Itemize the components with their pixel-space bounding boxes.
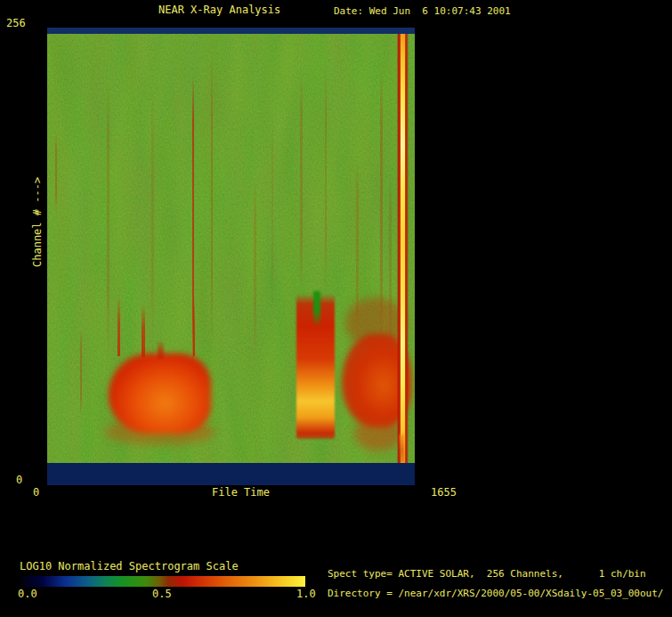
directory-text: Directory = /near/xdr/XRS/2000/05-00/XSd… <box>328 588 664 599</box>
event1-spike <box>158 340 164 359</box>
streak <box>107 80 109 365</box>
event2-notch <box>313 291 320 327</box>
spectrogram-plot <box>47 28 415 485</box>
colorbar-tick-min: 0.0 <box>18 589 37 600</box>
event1-spike <box>117 296 120 356</box>
saturated-stripe-core <box>401 34 405 463</box>
colorbar-tick-mid: 0.5 <box>152 589 172 600</box>
band-top <box>47 28 415 34</box>
colorbar-tick-max: 1.0 <box>296 589 316 600</box>
streak <box>254 178 255 356</box>
spect-type-text: Spect type= ACTIVE SOLAR, 256 Channels, … <box>328 568 646 580</box>
event3-lower <box>354 417 402 451</box>
event1-spike <box>142 304 145 357</box>
x-axis-max-label: 1655 <box>431 487 457 499</box>
streak <box>325 62 327 294</box>
streak <box>211 53 213 347</box>
x-axis-title: File Time <box>212 487 270 499</box>
streak <box>271 107 273 312</box>
colorbar <box>20 576 305 587</box>
streak <box>55 134 57 214</box>
streak <box>300 71 302 294</box>
event1-spike <box>193 296 196 356</box>
y-axis-title: Channel # ---> <box>32 177 44 267</box>
streak <box>151 89 154 338</box>
saturated-stripe-tail <box>400 434 404 462</box>
y-axis-min-label: 0 <box>16 475 22 486</box>
page-title: NEAR X-Ray Analysis <box>158 4 280 16</box>
streak <box>80 329 82 418</box>
band-bottom <box>47 463 415 485</box>
colorbar-title: LOG10 Normalized Spectrogram Scale <box>20 561 239 572</box>
x-axis-min-label: 0 <box>33 487 39 499</box>
event1-blob <box>109 353 211 434</box>
date-label: Date: Wed Jun 6 10:07:43 2001 <box>334 5 511 17</box>
spectrogram-features <box>47 28 415 485</box>
near-xray-analysis-window: { "window": { "bg": "#000000", "text_col… <box>0 0 672 617</box>
y-axis-max-label: 256 <box>6 18 26 29</box>
